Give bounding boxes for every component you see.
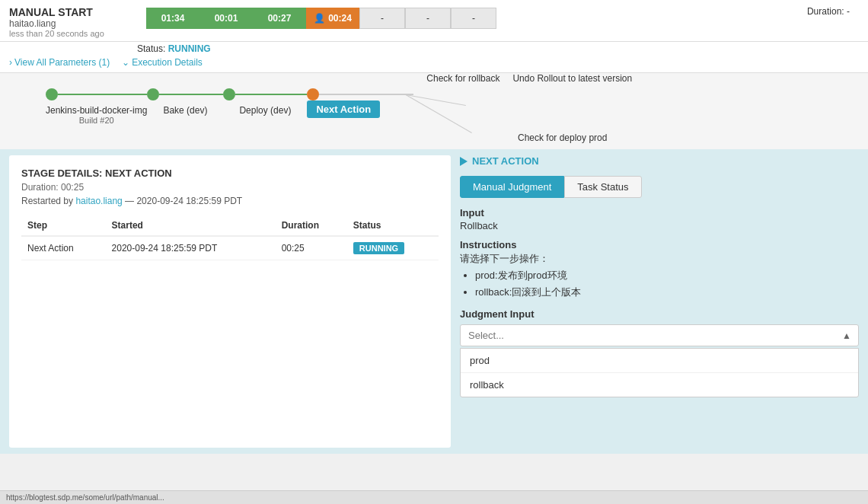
instructions-text: 请选择下一步操作：: [460, 252, 859, 266]
node-circle-3: [223, 88, 235, 100]
connector-4: [319, 94, 413, 95]
steps-table: Step Started Duration Status Next Action…: [21, 215, 439, 260]
stage-6[interactable]: -: [405, 8, 451, 29]
connector-1: [58, 94, 147, 95]
pipeline-node-5[interactable]: Check for rollback: [413, 73, 512, 84]
col-started: Started: [106, 215, 276, 236]
stage-5[interactable]: -: [359, 8, 405, 29]
status-label: Status:: [137, 43, 165, 54]
status-value: RUNNING: [168, 43, 211, 54]
row-duration: 00:25: [276, 236, 347, 260]
stage-details-title: STAGE DETAILS: NEXT ACTION: [21, 167, 439, 179]
node-circle-1: [46, 88, 58, 100]
row-started: 2020-09-24 18:25:59 PDT: [106, 236, 276, 260]
node-label-6: Undo Rollout to latest version: [512, 73, 632, 84]
col-status: Status: [347, 215, 439, 236]
tabs-row: Manual Judgment Task Status: [460, 176, 859, 198]
node-active-badge: Next Action: [307, 104, 380, 115]
main-content: STAGE DETAILS: NEXT ACTION Duration: 00:…: [0, 149, 868, 454]
col-duration: Duration: [276, 215, 347, 236]
node-label-3: Deploy (dev): [239, 105, 291, 116]
pipeline-node-3[interactable]: Deploy (dev): [223, 88, 307, 116]
row-status: RUNNING: [347, 236, 439, 260]
node-label-1: Jenkins-build-docker-img: [46, 105, 147, 116]
pipeline-node-4[interactable]: Next Action: [307, 88, 413, 115]
option-rollback[interactable]: rollback: [461, 373, 858, 397]
top-bar: MANUAL START haitao.liang less than 20 s…: [0, 0, 868, 42]
time-ago: less than 20 seconds ago: [9, 29, 146, 38]
stage-1[interactable]: 01:34: [146, 8, 199, 29]
stage-2[interactable]: 00:01: [199, 8, 253, 29]
branch-node-label: Check for deploy prod: [518, 132, 607, 143]
connector-3: [235, 94, 307, 95]
execution-details-link[interactable]: ⌄ Execution Details: [122, 57, 203, 68]
input-label: Input: [460, 207, 859, 219]
page-title: MANUAL START: [9, 6, 146, 18]
running-badge: RUNNING: [353, 242, 404, 254]
right-panel: NEXT ACTION Manual Judgment Task Status …: [451, 155, 859, 448]
next-action-header: NEXT ACTION: [460, 155, 859, 167]
tab-task-status[interactable]: Task Status: [564, 176, 641, 198]
row-step: Next Action: [21, 236, 106, 260]
judgment-input-label: Judgment Input: [460, 308, 859, 320]
links-row: › View All Parameters (1) ⌄ Execution De…: [0, 56, 868, 73]
pipeline-node-1[interactable]: Jenkins-build-docker-img Build #20: [46, 88, 147, 125]
stage-details-restarted: Restarted by haitao.liang — 2020-09-24 1…: [21, 196, 439, 206]
url-text: https://blogtest.sdp.me/some/url/path/ma…: [6, 493, 164, 502]
judgment-content: Input Rollback Instructions 请选择下一步操作： pr…: [460, 207, 859, 397]
restarted-by-link[interactable]: haitao.liang: [75, 196, 122, 206]
node-label-5: Check for rollback: [426, 73, 499, 84]
pipeline-stages: 01:34 00:01 00:27 👤 00:24 - - -: [146, 6, 807, 30]
duration-label: Duration:: [807, 6, 844, 17]
connector-2: [159, 94, 223, 95]
stage-7[interactable]: -: [451, 8, 496, 29]
chevron-down-icon: ⌄: [122, 57, 129, 68]
instructions-label: Instructions: [460, 239, 859, 250]
instructions-list: prod:发布到prod环境 rollback:回滚到上个版本: [475, 269, 859, 299]
status-line: Status: RUNNING: [0, 42, 868, 56]
node-sublabel-1: Build #20: [79, 116, 114, 125]
user-name: haitao.liang: [9, 18, 146, 29]
next-action-title: NEXT ACTION: [472, 155, 539, 167]
list-item-1: prod:发布到prod环境: [475, 269, 859, 282]
play-icon: [460, 157, 468, 166]
pipeline-node-2[interactable]: Bake (dev): [147, 88, 223, 116]
header-left: MANUAL START haitao.liang less than 20 s…: [9, 6, 146, 38]
pipeline-node-6[interactable]: Undo Rollout to latest version: [512, 73, 632, 84]
duration-display: Duration: -: [807, 6, 859, 17]
judgment-select-wrapper: ▲: [460, 324, 859, 346]
node-circle-2: [147, 88, 159, 100]
stage-3[interactable]: 00:27: [253, 8, 306, 29]
stage-details-panel: STAGE DETAILS: NEXT ACTION Duration: 00:…: [9, 155, 451, 448]
stage-details-duration: Duration: 00:25: [21, 182, 439, 193]
node-circle-4: [307, 88, 319, 100]
view-all-parameters-link[interactable]: › View All Parameters (1): [9, 57, 110, 68]
option-prod[interactable]: prod: [461, 349, 858, 373]
duration-value: -: [847, 6, 850, 17]
input-value: Rollback: [460, 220, 859, 231]
next-action-badge: Next Action: [307, 100, 380, 118]
tab-manual-judgment[interactable]: Manual Judgment: [460, 176, 564, 198]
judgment-select-input[interactable]: [460, 324, 859, 346]
pipeline-visualization: Jenkins-build-docker-img Build #20 Bake …: [0, 73, 868, 149]
person-icon: 👤: [314, 13, 325, 24]
list-item-2: rollback:回滚到上个版本: [475, 285, 859, 299]
col-step: Step: [21, 215, 106, 236]
stage-4[interactable]: 👤 00:24: [306, 8, 359, 29]
table-row: Next Action 2020-09-24 18:25:59 PDT 00:2…: [21, 236, 439, 260]
chevron-right-icon: ›: [9, 57, 12, 68]
node-label-2: Bake (dev): [163, 105, 207, 116]
dropdown-options: prod rollback: [460, 348, 859, 397]
url-bar: https://blogtest.sdp.me/some/url/path/ma…: [0, 490, 868, 504]
